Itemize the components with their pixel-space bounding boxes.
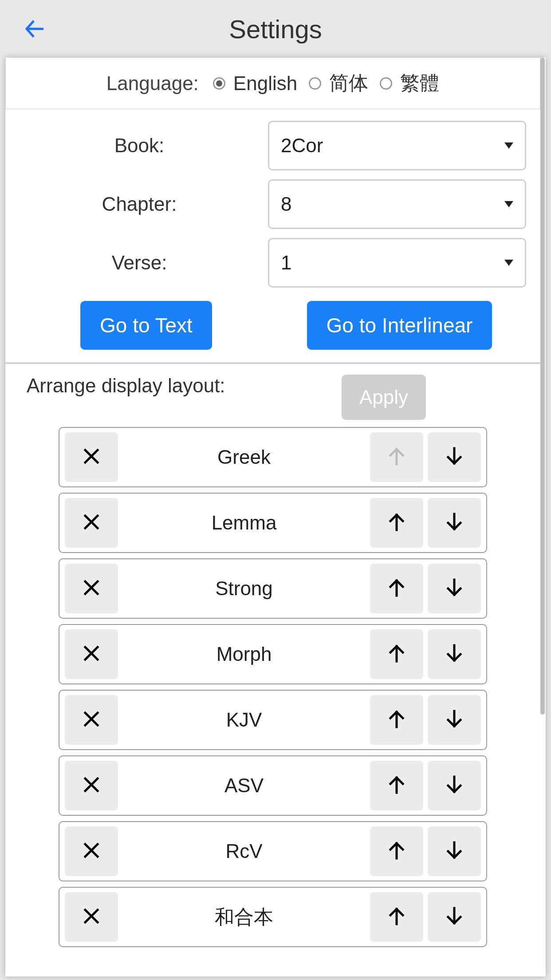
move-up-button[interactable] (370, 761, 423, 810)
chevron-down-icon (504, 142, 513, 149)
book-value: 2Cor (281, 134, 323, 157)
move-up-button[interactable] (370, 826, 423, 876)
layout-item-label: ASV (122, 775, 366, 797)
chevron-down-icon (504, 260, 513, 266)
radio-traditional[interactable] (380, 77, 392, 90)
layout-item: Strong (59, 558, 487, 619)
scrollbar[interactable] (540, 58, 545, 715)
book-label: Book: (20, 134, 268, 157)
layout-item-label: RcV (122, 840, 366, 862)
close-icon (81, 905, 102, 929)
layout-list: GreekLemmaStrongMorphKJVASVRcV和合本 (5, 424, 540, 947)
arrow-up-icon (386, 708, 407, 731)
move-down-button[interactable] (428, 629, 481, 679)
nav-buttons-row: Go to Text Go to Interlinear (5, 292, 540, 362)
close-icon (81, 643, 102, 666)
chapter-row: Chapter: 8 (5, 175, 540, 233)
move-up-button (370, 432, 423, 482)
layout-item-label: Greek (122, 446, 366, 468)
arrow-down-icon (444, 774, 465, 797)
arrow-up-icon (386, 446, 407, 469)
remove-button[interactable] (65, 695, 118, 745)
remove-button[interactable] (65, 498, 118, 548)
close-icon (81, 446, 102, 469)
go-to-text-button[interactable]: Go to Text (80, 301, 212, 350)
remove-button[interactable] (65, 892, 118, 942)
remove-button[interactable] (65, 564, 118, 613)
layout-item-label: KJV (122, 709, 366, 731)
move-down-button[interactable] (428, 826, 481, 876)
remove-button[interactable] (65, 432, 118, 482)
move-down-button[interactable] (428, 564, 481, 613)
remove-button[interactable] (65, 629, 118, 679)
arrow-down-icon (444, 840, 465, 863)
layout-item-label: Lemma (122, 512, 366, 534)
layout-item-label: 和合本 (122, 904, 366, 930)
language-option-simplified[interactable]: 简体 (329, 70, 368, 96)
chevron-down-icon (504, 201, 513, 207)
apply-button[interactable]: Apply (342, 375, 426, 420)
radio-simplified[interactable] (309, 77, 321, 90)
go-to-interlinear-button[interactable]: Go to Interlinear (307, 301, 492, 350)
layout-item: Lemma (59, 493, 487, 553)
close-icon (81, 577, 102, 600)
remove-button[interactable] (65, 826, 118, 876)
move-down-button[interactable] (428, 498, 481, 548)
move-down-button[interactable] (428, 892, 481, 942)
chapter-select[interactable]: 8 (268, 179, 526, 229)
arrow-down-icon (444, 905, 465, 929)
arrow-down-icon (444, 708, 465, 731)
move-up-button[interactable] (370, 695, 423, 745)
layout-item-label: Morph (122, 643, 366, 665)
layout-item: KJV (59, 690, 487, 750)
close-icon (81, 774, 102, 797)
arrange-header: Arrange display layout: Apply (5, 364, 540, 424)
arrow-up-icon (386, 577, 407, 600)
app-header: Settings (0, 0, 551, 58)
chapter-value: 8 (281, 193, 291, 215)
settings-sheet: Language: English 简体 繁體 Book: 2Cor Chapt… (5, 58, 546, 976)
move-down-button[interactable] (428, 695, 481, 745)
arrow-up-icon (386, 643, 407, 666)
move-down-button[interactable] (428, 761, 481, 810)
move-up-button[interactable] (370, 629, 423, 679)
language-label: Language: (106, 72, 199, 95)
layout-item-label: Strong (122, 577, 366, 600)
verse-row: Verse: 1 (5, 233, 540, 292)
verse-label: Verse: (20, 252, 268, 274)
arrow-down-icon (444, 446, 465, 469)
arrow-up-icon (386, 511, 407, 534)
remove-button[interactable] (65, 761, 118, 810)
language-option-english[interactable]: English (233, 72, 297, 95)
book-select[interactable]: 2Cor (268, 121, 526, 170)
layout-item: RcV (59, 821, 487, 881)
close-icon (81, 840, 102, 863)
move-up-button[interactable] (370, 498, 423, 548)
arrow-up-icon (386, 774, 407, 797)
language-option-traditional[interactable]: 繁體 (400, 70, 439, 96)
chapter-label: Chapter: (20, 193, 268, 215)
layout-item: Morph (59, 624, 487, 684)
back-button[interactable] (21, 16, 48, 42)
verse-select[interactable]: 1 (268, 238, 526, 288)
verse-value: 1 (281, 252, 291, 274)
layout-item: Greek (59, 427, 487, 487)
layout-item: 和合本 (59, 887, 487, 947)
arrow-up-icon (386, 840, 407, 863)
radio-english[interactable] (213, 77, 225, 90)
move-up-button[interactable] (370, 564, 423, 613)
close-icon (81, 708, 102, 731)
layout-item: ASV (59, 755, 487, 816)
arrow-down-icon (444, 511, 465, 534)
close-icon (81, 511, 102, 534)
arrow-down-icon (444, 643, 465, 666)
book-row: Book: 2Cor (5, 116, 540, 175)
arrange-label: Arrange display layout: (27, 375, 324, 397)
move-up-button[interactable] (370, 892, 423, 942)
page-title: Settings (0, 14, 551, 44)
language-row: Language: English 简体 繁體 (5, 58, 540, 109)
arrow-down-icon (444, 577, 465, 600)
arrow-left-icon (24, 18, 45, 40)
move-down-button[interactable] (428, 432, 481, 482)
arrow-up-icon (386, 905, 407, 929)
